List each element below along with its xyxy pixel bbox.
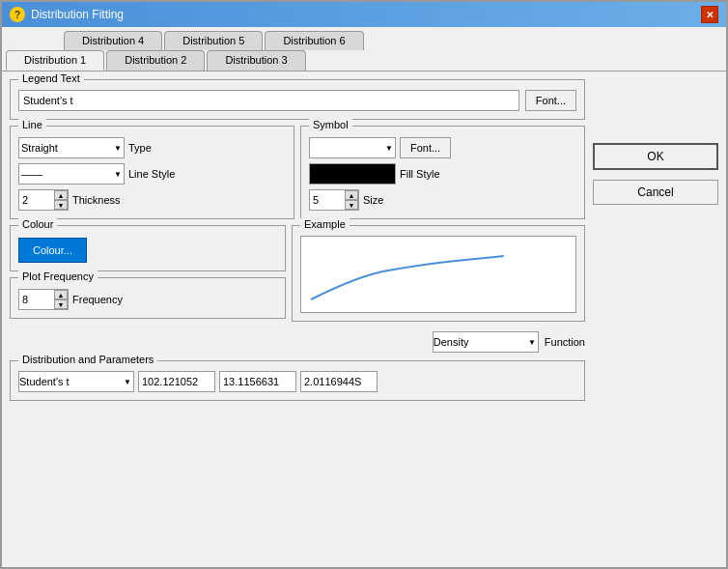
size-arrows: ▲ ▼ [345, 190, 358, 210]
thickness-up[interactable]: ▲ [54, 190, 68, 200]
thickness-input[interactable] [19, 190, 54, 210]
fill-style-row: ████ Fill Style [309, 163, 576, 185]
legend-row: Font... [18, 90, 576, 111]
function-row: Density Probability Cumulative Function [10, 327, 585, 353]
example-canvas [300, 236, 576, 313]
thickness-spinbox: ▲ ▼ [18, 189, 69, 211]
colour-example-row: Colour Colour... Plot Frequency ▲ [10, 225, 585, 322]
tab-distribution2[interactable]: Distribution 2 [106, 50, 205, 71]
plot-frequency-group: Plot Frequency ▲ ▼ Frequency [10, 277, 286, 319]
tabs-row-2: Distribution 1 Distribution 2 Distributi… [6, 50, 726, 71]
colour-group-label: Colour [18, 218, 57, 230]
right-panel: OK Cancel [593, 79, 718, 559]
legend-text-label: Legend Text [18, 72, 84, 84]
legend-text-input[interactable] [18, 90, 519, 111]
fill-style-selector: ████ [309, 163, 396, 185]
function-label: Function [545, 336, 585, 348]
colour-button[interactable]: Colour... [18, 238, 87, 263]
cancel-button[interactable]: Cancel [593, 180, 718, 205]
line-thickness-row: ▲ ▼ Thickness [18, 189, 286, 211]
thickness-down[interactable]: ▼ [54, 200, 68, 210]
frequency-arrows: ▲ ▼ [54, 290, 68, 309]
param1-input[interactable] [138, 371, 215, 392]
left-bottom: Colour Colour... Plot Frequency ▲ [10, 225, 286, 322]
size-label: Size [363, 194, 383, 206]
colour-button-wrapper: Colour... [18, 238, 277, 263]
line-style-select[interactable]: —— - - - · · · [18, 163, 125, 185]
line-style-label: Line Style [128, 168, 175, 180]
tab-distribution3[interactable]: Distribution 3 [207, 50, 305, 71]
main-window: ? Distribution Fitting ✕ Distribution 4 … [0, 0, 728, 569]
symbol-type-row: Circle Square Font... [309, 137, 576, 158]
dist-params-group-label: Distribution and Parameters [18, 354, 157, 365]
plot-frequency-row: ▲ ▼ Frequency [18, 289, 277, 310]
function-select[interactable]: Density Probability Cumulative [433, 331, 539, 353]
example-group-label: Example [300, 218, 350, 230]
tabs-area: Distribution 4 Distribution 5 Distributi… [2, 27, 726, 71]
size-down[interactable]: ▼ [345, 200, 358, 210]
line-type-row: Straight Curved Type [18, 137, 286, 158]
plot-frequency-label: Plot Frequency [18, 270, 98, 282]
dist-params-row: Student's t Normal Weibull [18, 371, 576, 392]
symbol-type-select-wrapper: Circle Square [309, 137, 396, 158]
param2-input[interactable] [219, 371, 296, 392]
close-button[interactable]: ✕ [701, 6, 718, 23]
line-group-label: Line [18, 119, 46, 130]
fill-style-label: Fill Style [400, 168, 440, 180]
size-spinbox: ▲ ▼ [309, 189, 359, 211]
right-spacer [593, 79, 718, 137]
colour-group: Colour Colour... [10, 225, 286, 271]
tab-distribution6[interactable]: Distribution 6 [265, 31, 363, 50]
example-line-svg [301, 237, 575, 312]
line-type-select[interactable]: Straight Curved [18, 137, 125, 158]
distribution-params-group: Distribution and Parameters Student's t … [10, 360, 585, 401]
line-type-select-wrapper: Straight Curved [18, 137, 125, 158]
legend-font-button[interactable]: Font... [525, 90, 576, 111]
function-select-wrapper: Density Probability Cumulative [433, 331, 539, 353]
frequency-label: Frequency [72, 294, 123, 305]
size-up[interactable]: ▲ [345, 190, 358, 200]
ok-button[interactable]: OK [593, 143, 718, 170]
line-symbol-row: Line Straight Curved Type [10, 126, 585, 219]
title-bar-left: ? Distribution Fitting [10, 7, 124, 22]
frequency-input[interactable] [19, 290, 54, 309]
tab-distribution1[interactable]: Distribution 1 [6, 50, 104, 71]
tab-distribution4[interactable]: Distribution 4 [64, 31, 162, 50]
content-area: Legend Text Font... Line Straight Curved [2, 71, 726, 567]
frequency-down[interactable]: ▼ [54, 299, 68, 309]
param3-input[interactable] [300, 371, 378, 392]
symbol-group-label: Symbol [309, 119, 352, 130]
fill-style-select-wrapper: ████ [309, 163, 396, 185]
dist-type-select-wrapper: Student's t Normal Weibull [18, 371, 134, 392]
example-group: Example [292, 225, 585, 322]
legend-text-group: Legend Text Font... [10, 79, 585, 120]
frequency-up[interactable]: ▲ [54, 290, 68, 299]
line-type-label: Type [128, 142, 152, 154]
window-title: Distribution Fitting [31, 8, 124, 21]
symbol-size-row: ▲ ▼ Size [309, 189, 576, 211]
tab-distribution5[interactable]: Distribution 5 [164, 31, 263, 50]
help-icon: ? [10, 7, 25, 22]
size-input[interactable] [310, 190, 345, 210]
frequency-spinbox: ▲ ▼ [18, 289, 69, 310]
fill-style-select[interactable]: ████ [309, 163, 396, 185]
left-panel: Legend Text Font... Line Straight Curved [10, 79, 585, 559]
symbol-group: Symbol Circle Square Font... [300, 126, 585, 219]
dist-type-select[interactable]: Student's t Normal Weibull [18, 371, 134, 392]
symbol-font-button[interactable]: Font... [400, 137, 451, 158]
line-style-row: —— - - - · · · Line Style [18, 163, 286, 185]
symbol-type-select[interactable]: Circle Square [309, 137, 396, 158]
title-bar: ? Distribution Fitting ✕ [2, 2, 726, 27]
thickness-arrows: ▲ ▼ [54, 190, 68, 210]
line-style-select-wrapper: —— - - - · · · [18, 163, 125, 185]
line-group: Line Straight Curved Type [10, 126, 294, 219]
thickness-label: Thickness [72, 194, 121, 206]
tabs-row-1: Distribution 4 Distribution 5 Distributi… [64, 31, 726, 50]
